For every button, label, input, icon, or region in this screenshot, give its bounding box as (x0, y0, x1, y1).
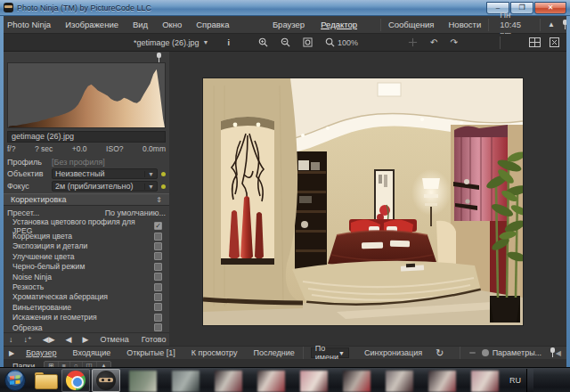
focus-dropdown[interactable]: 2м (приблизительно) ▼ (52, 181, 158, 192)
preset-row[interactable]: Пресет... По умолчанию... (7, 208, 166, 217)
adjustment-checkbox[interactable] (154, 273, 162, 281)
image-thumbnail[interactable] (215, 371, 242, 392)
image-thumbnail[interactable] (300, 371, 328, 392)
zoom-in-button[interactable] (252, 37, 274, 47)
chevron-down-icon: ▼ (144, 184, 154, 190)
adjustment-item[interactable]: Экспозиция и детали (4, 241, 169, 251)
sort-dropdown[interactable]: По имени ▼ (311, 347, 349, 358)
adjustment-checkbox[interactable] (154, 314, 162, 322)
image-thumbnail[interactable] (428, 371, 456, 392)
adjustment-checkbox[interactable] (154, 233, 162, 241)
exif-ev: +0.0 (72, 144, 87, 153)
tab-browser[interactable]: Браузер (265, 20, 313, 29)
collapse-icon[interactable]: ▲ (541, 20, 562, 29)
chrome-icon (66, 371, 86, 390)
image-thumbnail[interactable] (257, 371, 285, 392)
canvas-area (169, 52, 566, 346)
image-thumbnail[interactable] (343, 371, 370, 392)
adjustment-item[interactable]: Виньетирование (4, 302, 169, 312)
focus-status-dot (161, 184, 166, 189)
next-button[interactable]: ▶ (77, 335, 94, 344)
adjustment-item[interactable]: Хроматическая аберрация (4, 292, 169, 302)
move-crosshair-icon (408, 37, 418, 47)
adjustments-section-header[interactable]: Корректировка ⇕ (4, 193, 169, 206)
photo-ninja-button[interactable] (92, 369, 120, 392)
save-down-plus-button[interactable]: ↓⁺ (19, 335, 37, 344)
adjustment-checkbox[interactable] (154, 303, 162, 311)
close-view-icon[interactable] (550, 37, 559, 47)
sync-icon[interactable]: ↻ (430, 347, 449, 359)
sync-button[interactable]: Синхронизация (356, 348, 430, 357)
adjustment-item[interactable]: Установка цветового профиля для JPEG✓ (4, 221, 169, 231)
expand-icon[interactable]: ▶ (4, 349, 18, 357)
done-button[interactable]: Готово (135, 335, 173, 344)
adjustment-item[interactable]: Улучшение цвета (4, 251, 169, 261)
menu-messages[interactable]: Сообщения (381, 20, 442, 29)
params-button[interactable]: Параметры... (484, 348, 550, 357)
pin-icon[interactable] (550, 347, 550, 358)
bottom-tab-review[interactable]: К просмотру (183, 348, 246, 357)
undo-button[interactable]: ↶ (424, 37, 444, 47)
adjustment-item[interactable]: Резкость (4, 282, 169, 291)
save-down-button[interactable]: ↓ (4, 335, 19, 344)
menu-photo-ninja[interactable]: Photo Ninja (0, 20, 58, 29)
menu-window[interactable]: Окно (155, 20, 189, 29)
exif-focal: 0.0mm (142, 144, 166, 153)
chrome-button[interactable] (61, 369, 90, 392)
start-button[interactable] (1, 369, 29, 392)
show-desktop-button[interactable] (526, 369, 533, 392)
zoom-100-button[interactable]: 100% (319, 37, 364, 47)
adjustment-checkbox[interactable] (154, 252, 162, 260)
image-thumbnail[interactable] (172, 371, 200, 392)
image-thumbnail[interactable] (386, 371, 413, 392)
adjustment-checkbox[interactable] (154, 283, 162, 291)
bottom-tab-browser[interactable]: Браузер (18, 348, 64, 357)
info-button[interactable]: i (221, 38, 236, 47)
bedroom-photo[interactable] (203, 78, 523, 325)
tab-editor[interactable]: Редактор (313, 20, 365, 29)
grid-view-icon[interactable] (529, 37, 541, 47)
pan-tool-button[interactable] (402, 37, 424, 47)
adjustment-checkbox[interactable] (154, 323, 162, 331)
adjustment-item[interactable]: Обрезка (4, 323, 169, 332)
adjustment-checkbox[interactable]: ✓ (154, 222, 162, 230)
adjustment-label: Экспозиция и детали (12, 241, 87, 250)
adjustment-item[interactable]: Noise Ninja (4, 272, 169, 282)
adjustment-label: Черно-белый режим (12, 262, 85, 271)
redo-button[interactable]: ↷ (444, 37, 463, 47)
chevron-down-icon: ▼ (338, 350, 345, 356)
bottom-tab-open[interactable]: Открытые [1] (118, 348, 183, 357)
cancel-button[interactable]: Отмена (94, 335, 134, 344)
bottom-tab-incoming[interactable]: Входящие (65, 348, 119, 357)
compare-button[interactable]: ◀▶ (37, 335, 61, 344)
adjustment-checkbox[interactable] (154, 242, 162, 250)
thumbnail-size-slider[interactable] (469, 352, 475, 354)
open-file-selector[interactable]: *getimage (26).jpg ▼ (134, 38, 208, 47)
menu-help[interactable]: Справка (189, 20, 236, 29)
zoom-out-button[interactable] (274, 37, 297, 47)
prev-button[interactable]: ◀ (61, 335, 77, 344)
open-filename: *getimage (26).jpg (134, 38, 200, 47)
profile-value: [Без профиля] (52, 158, 105, 167)
adjustment-checkbox[interactable] (154, 293, 162, 301)
filename-field[interactable]: getimage (26).jpg (7, 131, 166, 143)
image-thumbnail[interactable] (471, 371, 499, 392)
explorer-button[interactable] (31, 369, 60, 392)
image-thumbnail[interactable] (129, 371, 157, 392)
lens-row: Объектив Неизвестный ▼ (7, 167, 166, 180)
adjustment-checkbox[interactable] (154, 263, 162, 271)
adjustment-label: Виньетирование (12, 303, 71, 312)
adjustment-item[interactable]: Искажения и геометрия (4, 313, 169, 323)
pin-icon[interactable] (562, 20, 566, 30)
zoom-fit-button[interactable] (297, 37, 319, 47)
menu-view[interactable]: Вид (126, 20, 155, 29)
menu-news[interactable]: Новости (442, 20, 489, 29)
zoom-100-icon (325, 37, 335, 47)
lens-status-dot (161, 172, 166, 176)
bottom-tab-recent[interactable]: Последние (245, 348, 302, 357)
lens-dropdown[interactable]: Неизвестный ▼ (52, 168, 158, 179)
menu-image[interactable]: Изображение (58, 20, 126, 29)
adjustment-label: Коррекция цвета (12, 232, 72, 241)
adjustment-item[interactable]: Черно-белый режим (4, 262, 169, 272)
language-indicator[interactable]: RU (509, 376, 521, 385)
